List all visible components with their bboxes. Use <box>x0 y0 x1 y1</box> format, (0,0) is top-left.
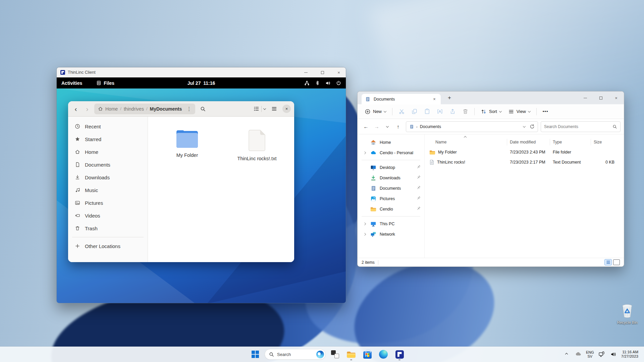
address-bar[interactable]: › Documents <box>406 121 538 132</box>
expander-icon[interactable] <box>363 222 366 225</box>
sidebar-item-home[interactable]: Home <box>71 145 145 158</box>
sidebar-item-starred[interactable]: Starred <box>71 133 145 145</box>
sidebar-item-trash[interactable]: Trash <box>71 222 145 235</box>
more-icon: ••• <box>543 109 548 114</box>
edge-taskbar-button[interactable] <box>377 348 390 361</box>
thinlinc-taskbar-button[interactable] <box>393 348 406 361</box>
sidebar-label: Pictures <box>85 200 103 206</box>
view-switcher[interactable] <box>254 106 266 112</box>
gnome-files-window: ‹ › Home / thindrives / MyDocuments ⋮ <box>68 101 294 262</box>
recycle-bin-desktop-icon[interactable]: Recycle Bin <box>615 303 639 324</box>
copy-button[interactable] <box>408 106 420 117</box>
close-button[interactable]: × <box>608 92 624 104</box>
back-button[interactable]: ← <box>361 122 371 132</box>
file-explorer-taskbar-button[interactable] <box>344 348 358 361</box>
sidebar-item-cendio-personal[interactable]: Cendio - Personal <box>358 147 424 158</box>
up-button[interactable]: ↑ <box>393 122 403 132</box>
volume-tray-button[interactable] <box>608 348 619 360</box>
file-tile-thinlinc-rocks-txt[interactable]: ThinLinc rocks!.txt <box>235 129 279 161</box>
column-name[interactable]: Name <box>425 139 507 145</box>
download-icon <box>370 175 376 181</box>
onedrive-tray-button[interactable] <box>573 348 583 360</box>
minimize-button[interactable] <box>578 92 593 104</box>
column-date-modified[interactable]: Date modified <box>507 139 550 145</box>
sidebar-item-documents[interactable]: Documents <box>358 183 424 193</box>
breadcrumb-current[interactable]: MyDocuments <box>150 106 182 112</box>
sort-button[interactable]: Sort <box>478 106 504 117</box>
sidebar-item-downloads[interactable]: Downloads <box>358 173 424 183</box>
breadcrumb-home[interactable]: Home <box>105 106 118 112</box>
sidebar-item-recent[interactable]: Recent <box>71 120 145 133</box>
close-button[interactable]: × <box>282 105 291 113</box>
delete-button[interactable] <box>459 106 471 117</box>
expander-icon[interactable] <box>363 233 366 235</box>
sidebar-label: Starred <box>85 136 101 142</box>
sidebar-item-network[interactable]: Network <box>358 229 424 239</box>
view-button[interactable]: View <box>505 106 533 117</box>
path-menu-kebab-icon[interactable]: ⋮ <box>184 106 194 112</box>
forward-button[interactable]: → <box>372 122 382 132</box>
language-indicator[interactable]: ENG SV <box>585 348 595 360</box>
sidebar-item-pictures[interactable]: Pictures <box>358 193 424 204</box>
column-type[interactable]: Type <box>550 139 591 145</box>
rename-button[interactable] <box>434 106 446 117</box>
task-view-button[interactable] <box>328 348 342 361</box>
taskbar-search[interactable]: Search <box>265 349 326 360</box>
search-input[interactable] <box>544 124 610 129</box>
search-box[interactable] <box>541 121 621 132</box>
cut-button[interactable] <box>395 106 408 117</box>
file-tile-my-folder[interactable]: My Folder <box>165 129 209 158</box>
sidebar-item-downloads[interactable]: Downloads <box>71 171 145 184</box>
gnome-clock[interactable]: Jul 27 11:16 <box>187 80 215 86</box>
maximize-button[interactable] <box>593 92 608 104</box>
tab-documents[interactable]: Documents × <box>362 94 441 104</box>
hidden-icons-button[interactable] <box>561 348 572 360</box>
details-view-toggle[interactable] <box>604 259 612 265</box>
clock-tray[interactable]: 11:16 AM 7/27/2023 <box>620 348 639 360</box>
new-tab-button[interactable]: + <box>445 95 453 101</box>
file-row-my-folder[interactable]: My Folder 7/23/2023 2:43 PM File folder <box>425 147 624 157</box>
new-button[interactable]: New <box>362 106 389 117</box>
file-row-thinlinc-rocks[interactable]: ThinLinc rocks! 7/23/2023 2:17 PM Text D… <box>425 157 624 167</box>
network-tray-button[interactable] <box>597 348 607 360</box>
refresh-icon[interactable] <box>530 124 535 129</box>
sidebar-item-home[interactable]: Home <box>358 137 424 147</box>
forward-button[interactable]: › <box>83 105 92 112</box>
bing-copilot-icon[interactable] <box>316 351 324 358</box>
search-icon <box>200 106 206 112</box>
path-bar[interactable]: Home / thindrives / MyDocuments ⋮ <box>94 104 195 114</box>
share-button[interactable] <box>446 106 459 117</box>
tab-close-button[interactable]: × <box>431 97 437 102</box>
hamburger-menu-button[interactable] <box>269 104 279 114</box>
sidebar-item-cendio-folder[interactable]: Cendio <box>358 204 424 214</box>
column-size[interactable]: Size <box>591 139 624 145</box>
close-button[interactable]: × <box>332 67 346 77</box>
breadcrumb-thindrives[interactable]: thindrives <box>124 106 144 112</box>
address-dropdown-icon[interactable] <box>523 125 526 127</box>
microsoft-store-taskbar-button[interactable] <box>361 348 374 361</box>
sidebar-item-desktop[interactable]: Desktop <box>358 162 424 173</box>
large-icons-view-toggle[interactable] <box>613 259 620 265</box>
recent-locations-button[interactable] <box>382 122 392 132</box>
maximize-button[interactable] <box>315 67 329 77</box>
minimize-button[interactable] <box>299 67 313 77</box>
thinlinc-titlebar[interactable]: ThinLinc Client × <box>57 67 346 77</box>
gnome-app-menu-files[interactable]: Files <box>96 80 114 86</box>
sidebar-item-documents[interactable]: Documents <box>71 158 145 171</box>
search-button[interactable] <box>198 104 208 114</box>
sidebar-item-other-locations[interactable]: Other Locations <box>71 240 145 252</box>
paste-button[interactable] <box>421 106 433 117</box>
divider <box>474 108 475 115</box>
sidebar-item-this-pc[interactable]: This PC <box>358 219 424 229</box>
sidebar-item-pictures[interactable]: Pictures <box>71 196 145 209</box>
search-icon <box>612 124 617 129</box>
gnome-activities-button[interactable]: Activities <box>61 80 82 86</box>
chevron-down-icon <box>528 110 531 112</box>
back-button[interactable]: ‹ <box>71 105 80 112</box>
more-options-button[interactable]: ••• <box>540 106 551 117</box>
start-button[interactable] <box>249 348 262 361</box>
sidebar-item-music[interactable]: Music <box>71 184 145 196</box>
gnome-system-status-area[interactable] <box>304 80 341 86</box>
sidebar-item-videos[interactable]: Videos <box>71 209 145 222</box>
expander-icon[interactable] <box>363 151 366 154</box>
